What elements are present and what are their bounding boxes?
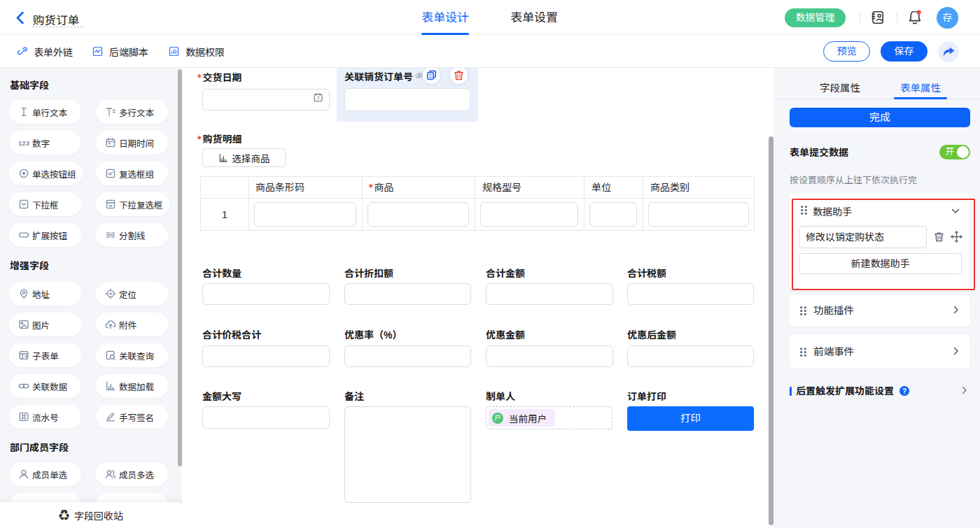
svg-text:7: 7 [317,96,320,101]
